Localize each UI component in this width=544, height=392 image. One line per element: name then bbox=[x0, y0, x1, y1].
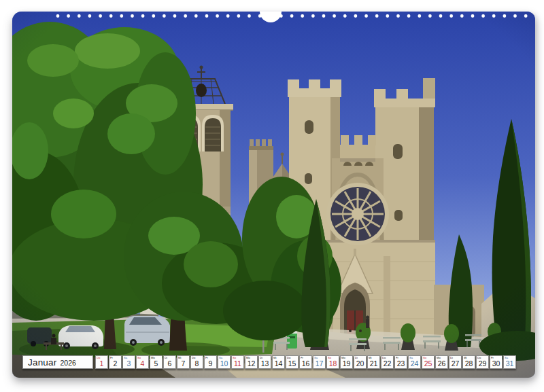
day-number: 15 bbox=[286, 360, 298, 368]
day-cell: Fr2 bbox=[109, 355, 122, 369]
day-number: 17 bbox=[313, 360, 325, 368]
day-number: 11 bbox=[232, 360, 243, 368]
day-cell: Fr30 bbox=[490, 355, 503, 369]
day-number: 10 bbox=[218, 360, 230, 368]
day-weekday-label: Fr bbox=[205, 356, 208, 359]
day-number: 12 bbox=[245, 360, 257, 368]
day-number: 2 bbox=[109, 360, 121, 368]
calendar-page: Januar 2026 Do1Fr2Sa3So4Mo5Di6Mi7Do8Fr9S… bbox=[12, 12, 535, 378]
day-number: 30 bbox=[490, 360, 502, 368]
day-number: 31 bbox=[504, 360, 515, 368]
day-cell: So4 bbox=[136, 355, 149, 369]
day-cell: Fr16 bbox=[299, 355, 312, 369]
day-number: 24 bbox=[409, 360, 420, 368]
day-number: 29 bbox=[477, 360, 488, 368]
calendar-product-photo: { "calendar": { "month_label": "Januar",… bbox=[0, 0, 544, 392]
day-number: 26 bbox=[436, 360, 447, 368]
day-number: 22 bbox=[381, 360, 393, 368]
day-cell: Mo19 bbox=[340, 355, 353, 369]
photo-vignette bbox=[12, 12, 535, 378]
day-number: 25 bbox=[422, 360, 434, 368]
day-number: 20 bbox=[354, 360, 366, 368]
day-cell: Di13 bbox=[258, 355, 271, 369]
day-number: 19 bbox=[341, 360, 352, 368]
day-weekday-label: Mi bbox=[178, 356, 181, 359]
day-cell: Sa3 bbox=[122, 355, 135, 369]
year-label: 2026 bbox=[60, 359, 75, 368]
day-cell: Fr9 bbox=[204, 355, 217, 369]
day-cell: Di6 bbox=[163, 355, 176, 369]
day-cell: Sa24 bbox=[408, 355, 421, 369]
day-cell: So25 bbox=[422, 355, 435, 369]
day-number: 13 bbox=[259, 360, 271, 368]
day-weekday-label: Fr bbox=[110, 356, 113, 359]
day-number: 3 bbox=[123, 360, 135, 368]
day-cell: Do1 bbox=[95, 355, 108, 369]
day-cell: Mi14 bbox=[272, 355, 285, 369]
day-number: 4 bbox=[137, 360, 148, 368]
day-cell: Mi7 bbox=[177, 355, 190, 369]
day-cell: Di20 bbox=[354, 355, 367, 369]
day-cell: Mo12 bbox=[245, 355, 258, 369]
day-cell: Do29 bbox=[476, 355, 489, 369]
day-cell: Mo26 bbox=[435, 355, 448, 369]
day-cell: Do15 bbox=[286, 355, 299, 369]
day-number: 6 bbox=[164, 360, 175, 368]
day-cell: So18 bbox=[326, 355, 339, 369]
day-number: 28 bbox=[463, 360, 475, 368]
day-cell: So11 bbox=[231, 355, 244, 369]
day-weekday-label: Di bbox=[165, 356, 167, 359]
day-cell: Mi21 bbox=[367, 355, 380, 369]
day-cell: Sa10 bbox=[218, 355, 231, 369]
day-number: 27 bbox=[449, 360, 461, 368]
day-cell: Di27 bbox=[449, 355, 462, 369]
day-cell: Fr23 bbox=[394, 355, 407, 369]
day-number: 9 bbox=[205, 360, 216, 368]
day-number: 21 bbox=[368, 360, 379, 368]
day-cell: Mo5 bbox=[150, 355, 163, 369]
day-number: 7 bbox=[177, 360, 189, 368]
day-cell: Sa31 bbox=[503, 355, 516, 369]
day-number: 14 bbox=[273, 360, 284, 368]
day-cell: Sa17 bbox=[313, 355, 326, 369]
day-number: 5 bbox=[150, 360, 162, 368]
calendar-photo bbox=[12, 12, 535, 378]
day-number: 18 bbox=[327, 360, 339, 368]
day-number: 23 bbox=[395, 360, 407, 368]
day-strip: Do1Fr2Sa3So4Mo5Di6Mi7Do8Fr9Sa10So11Mo12D… bbox=[95, 355, 516, 369]
day-cell: Do8 bbox=[190, 355, 203, 369]
day-cell: Do22 bbox=[381, 355, 394, 369]
day-number: 16 bbox=[300, 360, 311, 368]
day-number: 8 bbox=[191, 360, 203, 368]
day-cell: Mi28 bbox=[462, 355, 475, 369]
month-label: Januar 2026 bbox=[22, 355, 93, 369]
day-number: 1 bbox=[96, 360, 107, 368]
month-name: Januar bbox=[28, 357, 56, 368]
